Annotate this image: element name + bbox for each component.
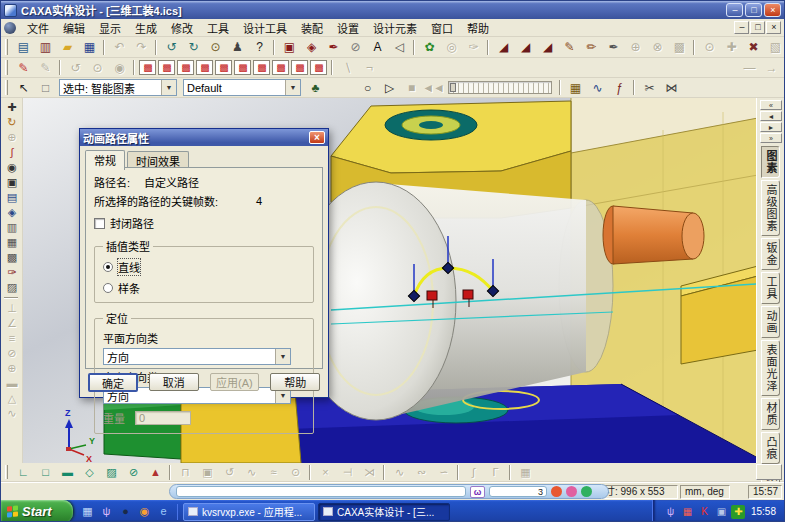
anchor-tray-icon[interactable]: ψ <box>663 505 677 519</box>
sketch-circle-cut-icon[interactable]: ⊘ <box>123 465 143 480</box>
paint-brush-icon[interactable]: ✑ <box>2 265 20 280</box>
catalog-tab-凸痕[interactable]: 凸痕 <box>761 432 780 464</box>
revolve-tool-icon[interactable]: ◈ <box>301 39 321 56</box>
catalog-tab-高级图素[interactable]: 高级图素 <box>761 180 780 236</box>
render-nature-icon[interactable]: ✿ <box>419 39 439 56</box>
menu-item-窗口[interactable]: 窗口 <box>424 19 460 37</box>
insert-block-icon[interactable]: ▩ <box>139 60 156 75</box>
camera-move-icon[interactable]: ▥ <box>2 220 20 235</box>
chevron-down-icon[interactable]: ▼ <box>161 80 176 95</box>
spin-view-icon[interactable]: ↻ <box>183 39 203 56</box>
catalog-tab-工具[interactable]: 工具 <box>761 272 780 304</box>
edit-profile-icon[interactable]: ✏ <box>581 39 601 56</box>
tab-general[interactable]: 常规 <box>85 150 125 170</box>
help-button[interactable]: 帮助 <box>270 373 320 391</box>
insert-slab-icon[interactable]: ▩ <box>234 60 251 75</box>
catalog-prev-icon[interactable]: ◄ <box>760 111 782 121</box>
ok-button[interactable]: 确定 <box>88 373 138 392</box>
open-file-icon[interactable]: ▰ <box>57 39 77 56</box>
catalog-tab-材质[interactable]: 材质 <box>761 398 780 430</box>
menu-item-编辑[interactable]: 编辑 <box>56 19 92 37</box>
new-template-icon[interactable]: ▥ <box>35 39 55 56</box>
display-tray-icon[interactable]: ▣ <box>714 505 728 519</box>
floating-language-bar[interactable]: ω 3 <box>169 484 609 499</box>
annotation-tool-icon[interactable]: ◁ <box>389 39 409 56</box>
selection-mode-dropdown[interactable]: 选中: 智能图素 ▼ <box>59 79 177 96</box>
toolbar-grip[interactable] <box>5 60 8 74</box>
sketch-rect-icon[interactable]: □ <box>35 465 55 480</box>
radio-line[interactable] <box>103 262 113 272</box>
context-help-icon[interactable]: ? <box>249 39 269 56</box>
window-minimize-icon[interactable]: – <box>726 3 743 17</box>
catalog-next-icon[interactable]: ► <box>760 122 782 132</box>
hole-block-icon[interactable]: ▩ <box>253 60 270 75</box>
dialog-close-button[interactable]: × <box>309 131 325 144</box>
animation-timeline-slider[interactable] <box>448 81 552 94</box>
save-file-icon[interactable]: ▦ <box>79 39 99 56</box>
chevron-down-icon[interactable]: ▼ <box>275 349 290 364</box>
chevron-down-icon[interactable]: ▼ <box>285 80 300 95</box>
menu-item-设置[interactable]: 设置 <box>330 19 366 37</box>
toolbar-grip[interactable] <box>5 39 8 54</box>
window-close-icon[interactable]: × <box>764 3 781 17</box>
select-box-icon[interactable]: □ <box>35 79 55 96</box>
sketch-poly-icon[interactable]: ◇ <box>79 465 99 480</box>
collaboration-icon[interactable]: ♟ <box>227 39 247 56</box>
measure-pen-icon[interactable]: ✎ <box>13 59 33 76</box>
menu-item-生成[interactable]: 生成 <box>128 19 164 37</box>
smooth-path-icon[interactable]: ∿ <box>587 79 607 96</box>
green-plus-icon[interactable]: ✚ <box>731 505 745 519</box>
loft-tool-icon[interactable]: ⊘ <box>345 39 365 56</box>
hole-cylinder-icon[interactable]: ▩ <box>272 60 289 75</box>
dictionary-icon[interactable]: ω <box>470 486 485 498</box>
menu-item-工具[interactable]: 工具 <box>200 19 236 37</box>
menu-item-设计工具[interactable]: 设计工具 <box>236 19 294 37</box>
repair-icon[interactable]: ✖ <box>743 39 763 56</box>
zoom-window-icon[interactable]: ▣ <box>2 175 20 190</box>
catalog-last-icon[interactable]: » <box>760 133 782 143</box>
menu-item-装配[interactable]: 装配 <box>294 19 330 37</box>
kingsoft-k-icon[interactable]: K <box>697 505 711 519</box>
toolbar-grip[interactable] <box>5 80 8 94</box>
taskbar-task[interactable]: kvsrvxp.exe - 应用程... <box>183 503 315 521</box>
edit-curve-icon[interactable]: ✒ <box>603 39 623 56</box>
red-book-1-icon[interactable]: ◢ <box>493 39 513 56</box>
record-animation-icon[interactable]: ○ <box>357 79 377 96</box>
menu-item-文件[interactable]: 文件 <box>20 19 56 37</box>
media-player-icon[interactable]: ◉ <box>136 504 152 520</box>
internet-explorer-icon[interactable]: e <box>155 504 171 520</box>
timeline-thumb[interactable] <box>450 83 456 92</box>
pan-view-icon[interactable]: ✚ <box>2 100 20 115</box>
insert-cone-icon[interactable]: ▩ <box>196 60 213 75</box>
kingsoft-grid-icon[interactable]: ▦ <box>680 505 694 519</box>
catalog-tab-图素[interactable]: 图素 <box>761 146 780 178</box>
menu-item-帮助[interactable]: 帮助 <box>460 19 496 37</box>
walk-through-icon[interactable]: ʃ <box>2 145 20 160</box>
radio-line-label[interactable]: 直线 <box>118 259 140 275</box>
catalog-first-icon[interactable]: « <box>760 100 782 110</box>
toolbar-grip[interactable] <box>5 465 8 479</box>
fit-view-icon[interactable]: ▤ <box>2 190 20 205</box>
menu-item-修改[interactable]: 修改 <box>164 19 200 37</box>
extrude-tool-icon[interactable]: ▣ <box>279 39 299 56</box>
text-tool-icon[interactable]: A <box>367 39 387 56</box>
insert-sphere-icon[interactable]: ▩ <box>177 60 194 75</box>
image-badge-icon[interactable] <box>566 486 577 497</box>
edit-sketch-icon[interactable]: ✎ <box>559 39 579 56</box>
sweep-tool-icon[interactable]: ✒ <box>323 39 343 56</box>
catalog-tab-钣金[interactable]: 钣金 <box>761 238 780 270</box>
toolbar-end-button[interactable] <box>756 464 782 480</box>
menu-item-设计元素[interactable]: 设计元素 <box>366 19 424 37</box>
hole-cone-icon[interactable]: ▩ <box>310 60 327 75</box>
menu-item-显示[interactable]: 显示 <box>92 19 128 37</box>
radio-spline[interactable] <box>103 283 113 293</box>
add-key-position-icon[interactable]: ▦ <box>565 79 585 96</box>
rotate-view-icon[interactable]: ↺ <box>161 39 181 56</box>
path-options-icon[interactable]: ⋈ <box>661 79 681 96</box>
hot-badge-icon[interactable] <box>551 486 562 497</box>
zoom-in-icon[interactable]: ◉ <box>2 160 20 175</box>
edit-path-function-icon[interactable]: ƒ <box>609 79 629 96</box>
play-animation-icon[interactable]: ▷ <box>379 79 399 96</box>
insert-torus-icon[interactable]: ▩ <box>215 60 232 75</box>
orbit-view-icon[interactable]: ↻ <box>2 115 20 130</box>
